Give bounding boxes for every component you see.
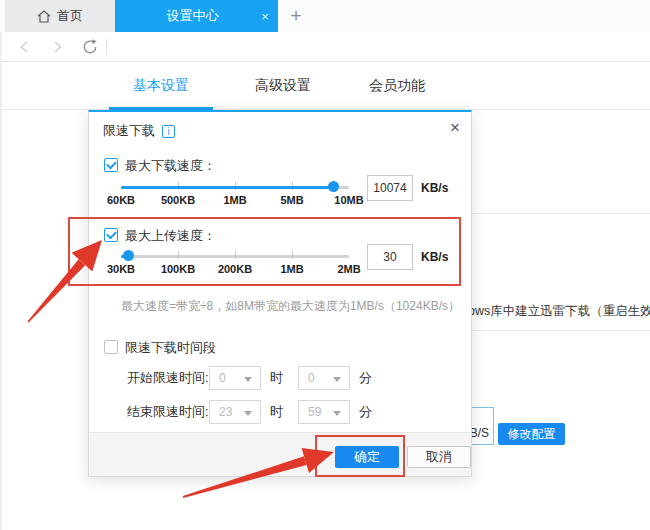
section-divider [455, 330, 650, 331]
forward-icon[interactable] [46, 32, 70, 62]
slider-handle[interactable] [328, 181, 339, 192]
end-hour-dropdown[interactable]: 23 [209, 400, 261, 424]
end-minute-value: 59 [308, 405, 321, 419]
navigation-bar [0, 32, 650, 62]
dialog-title: 限速下载 i [103, 122, 175, 140]
tab-advanced-settings[interactable]: 高级设置 [238, 62, 328, 110]
window-left-edge [0, 32, 2, 530]
download-speed-checkbox[interactable] [104, 158, 118, 172]
chevron-down-icon [333, 377, 341, 382]
tick-label: 200KB [218, 263, 252, 275]
tick-label: 1MB [280, 263, 303, 275]
upload-speed-checkbox[interactable] [104, 228, 118, 242]
end-time-label: 结束限速时间: [127, 403, 209, 421]
schedule-label: 限速下载时间段 [125, 339, 216, 357]
tick-label: 100KB [161, 263, 195, 275]
schedule-checkbox[interactable] [104, 340, 118, 354]
chevron-down-icon [333, 411, 341, 416]
tab-basic-settings[interactable]: 基本设置 [109, 62, 213, 110]
home-icon [37, 10, 51, 23]
minute-unit: 分 [359, 369, 372, 387]
new-tab-button[interactable]: + [283, 0, 309, 32]
tab-settings-label: 设置中心 [115, 7, 252, 25]
minute-unit: 分 [359, 403, 372, 421]
ok-button[interactable]: 确定 [335, 446, 399, 468]
slider-tick [235, 251, 236, 259]
background-setting-text: dows库中建立迅雷下载（重启生效） [461, 303, 650, 320]
info-icon[interactable]: i [162, 125, 175, 138]
cancel-button[interactable]: 取消 [407, 446, 471, 468]
tab-member-features[interactable]: 会员功能 [352, 62, 442, 110]
back-icon[interactable] [12, 32, 36, 62]
dialog-footer: 确定 取消 [89, 432, 471, 476]
tick-label: 60KB [107, 194, 135, 206]
start-minute-dropdown[interactable]: 0 [298, 366, 350, 390]
download-speed-slider[interactable]: 60KB 500KB 1MB 5MB 10MB [121, 178, 349, 214]
tick-label: 500KB [161, 194, 195, 206]
start-hour-dropdown[interactable]: 0 [209, 366, 261, 390]
upload-speed-unit: KB/s [421, 250, 448, 264]
section-divider [455, 213, 650, 214]
tick-label: 2MB [337, 263, 360, 275]
slider-tick [178, 251, 179, 259]
tab-settings-center[interactable]: 设置中心 × [115, 0, 278, 32]
upload-speed-input[interactable] [367, 244, 413, 270]
end-minute-dropdown[interactable]: 59 [298, 400, 350, 424]
tab-home[interactable]: 首页 [5, 0, 115, 32]
browser-tab-bar: 首页 设置中心 × + [0, 0, 650, 32]
slider-tick [292, 251, 293, 259]
tick-label: 5MB [280, 194, 303, 206]
tick-label: 1MB [223, 194, 246, 206]
download-speed-label: 最大下载速度： [125, 157, 216, 175]
hour-unit: 时 [270, 369, 283, 387]
speed-unit-fragment: B/S [470, 426, 489, 440]
dialog-close-icon[interactable]: × [450, 118, 460, 138]
hour-unit: 时 [270, 403, 283, 421]
download-speed-input[interactable] [367, 175, 413, 201]
tick-label: 10MB [334, 194, 363, 206]
start-hour-value: 0 [219, 371, 226, 385]
download-speed-unit: KB/s [421, 181, 448, 195]
nav-divider [106, 39, 107, 55]
end-hour-value: 23 [219, 405, 232, 419]
upload-speed-label: 最大上传速度： [125, 227, 216, 245]
chevron-down-icon [244, 411, 252, 416]
chevron-down-icon [244, 377, 252, 382]
tick-label: 30KB [107, 263, 135, 275]
slider-fill [121, 186, 333, 189]
tab-home-label: 首页 [57, 7, 83, 25]
tab-close-icon[interactable]: × [252, 9, 278, 24]
settings-tabs-row: 基本设置 高级设置 会员功能 [0, 62, 650, 110]
dialog-title-text: 限速下载 [103, 122, 155, 140]
refresh-icon[interactable] [78, 32, 102, 62]
start-time-label: 开始限速时间: [127, 369, 209, 387]
modify-config-button[interactable]: 修改配置 [498, 423, 565, 445]
start-minute-value: 0 [308, 371, 315, 385]
speed-formula-note: 最大速度=带宽÷8，如8M带宽的最大速度为1MB/s（1024KB/s） [121, 298, 460, 315]
speed-limit-dialog: 限速下载 i × 最大下载速度： 60KB 500KB 1MB 5MB 10MB… [88, 110, 472, 477]
upload-speed-slider[interactable]: 30KB 100KB 200KB 1MB 2MB [121, 247, 349, 283]
slider-handle[interactable] [123, 250, 134, 261]
app-window: 首页 设置中心 × + 基本设置 高级设置 会员功能 dows库中建立 [0, 0, 650, 530]
